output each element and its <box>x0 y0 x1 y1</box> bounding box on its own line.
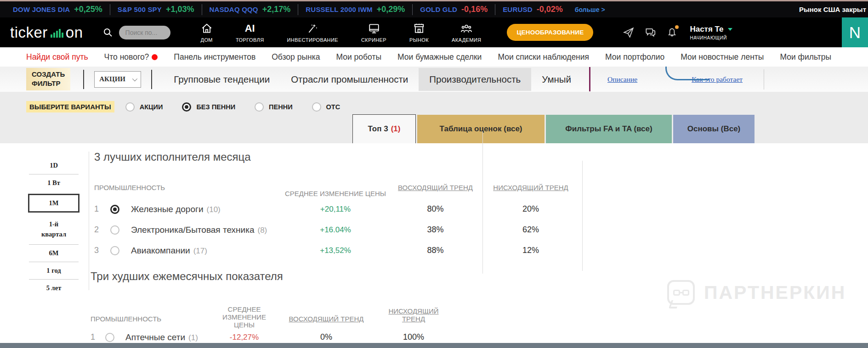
radio-icon[interactable] <box>312 102 321 112</box>
table-row[interactable]: 1 Аптечные сети(1) -12,27% 0% 100% <box>91 327 531 348</box>
secnav-my-robots[interactable]: Мои роботы <box>336 52 381 62</box>
row-radio-checked[interactable] <box>110 205 119 214</box>
industry-name: Авиакомпании(17) <box>131 246 283 256</box>
period-6m[interactable]: 6M <box>26 245 81 262</box>
nav-item-screener[interactable]: СКРИНЕР <box>361 22 386 43</box>
col-downtrend[interactable]: НИСХОДЯЩИЙ ТРЕНД <box>377 307 450 323</box>
period-q1[interactable]: 1-й квартал <box>26 215 81 244</box>
secnav-my-paper-trades[interactable]: Мои бумажные сделки <box>397 52 482 62</box>
period-1d[interactable]: 1D <box>26 157 81 174</box>
notifications-bell-icon[interactable] <box>666 27 678 39</box>
secnav-my-watchlists[interactable]: Мои списки наблюдения <box>498 52 589 62</box>
secnav-my-newsfeeds[interactable]: Мои новостные ленты <box>681 52 764 62</box>
ticker-item-russell[interactable]: RUSSELL 2000 IWM +0,29% <box>306 5 405 14</box>
period-1w[interactable]: 1 Вт <box>26 174 81 191</box>
description-link[interactable]: Описание <box>607 75 637 84</box>
uptrend-value: 88% <box>388 246 482 255</box>
search-icon[interactable] <box>102 27 113 38</box>
ticker-change: +0,29% <box>377 5 405 14</box>
row-radio[interactable] <box>110 225 119 235</box>
radio-icon[interactable] <box>255 102 264 112</box>
secnav-whats-new[interactable]: Что нового? <box>104 52 158 62</box>
col-uptrend[interactable]: ВОСХОДЯЩИЙ ТРЕНД <box>276 315 377 323</box>
table-row[interactable]: 1 Железные дороги(10) +20,11% 80% 20% <box>94 199 579 219</box>
ticker-item-gold[interactable]: GOLD GLD -0,16% <box>420 5 488 14</box>
avg-change-value: +16.04% <box>283 225 388 235</box>
col-downtrend[interactable]: НИСХОДЯЩИЙ ТРЕНД <box>482 184 579 191</box>
vertical-divider <box>582 161 583 271</box>
col-avg-change: СРЕДНЕЕ ИЗМЕНЕНИЕ ЦЕНЫ <box>283 190 388 197</box>
row-radio[interactable] <box>110 246 119 255</box>
ticker-symbol: S&P 500 SPY <box>118 6 162 13</box>
ticker-change: -0,16% <box>461 5 488 14</box>
wand-icon <box>306 22 318 35</box>
tab-performance[interactable]: Производительность <box>419 68 531 91</box>
ticker-item-sp500[interactable]: S&P 500 SPY +1,03% <box>118 5 194 14</box>
ticker-symbol: EURUSD <box>503 6 533 13</box>
col-industry: ПРОМЫШЛЕННОСТЬ <box>94 184 283 191</box>
tab-group-trends[interactable]: Групповые тенденции <box>163 68 280 91</box>
radio-icon[interactable] <box>125 102 135 112</box>
monitor-icon <box>368 22 380 35</box>
period-1y[interactable]: 1 год <box>26 262 81 279</box>
ticker-change: +1,03% <box>166 5 194 14</box>
chevron-down-icon <box>728 28 732 31</box>
tab-rating-table[interactable]: Таблица оценок (все) <box>417 115 545 143</box>
user-menu[interactable]: Настя Те НАЧИНАЮЩИЙ <box>690 25 732 40</box>
radio-penny[interactable]: ПЕННИ <box>255 102 292 112</box>
ticker-item-eurusd[interactable]: EURUSD -0,02% <box>503 5 563 14</box>
nav-item-label: ТОРГОВЛЯ <box>236 37 264 43</box>
secondary-nav: Найди свой путь Что нового? Панель инстр… <box>0 47 868 67</box>
pricing-button[interactable]: ЦЕНООБРАЗОВАНИЕ <box>507 24 593 41</box>
nav-item-market[interactable]: РЫНОК <box>409 22 429 43</box>
nav-item-home[interactable]: ДОМ <box>201 22 213 43</box>
tickeron-logo[interactable]: ticker on <box>10 24 83 41</box>
tab-smart[interactable]: Умный <box>531 68 582 91</box>
logo-text-2: on <box>66 24 83 41</box>
search-input[interactable] <box>119 26 170 39</box>
secnav-dashboard[interactable]: Панель инструментов <box>174 52 255 62</box>
ticker-item-dowjones[interactable]: DOW JONES DIA +0,25% <box>13 5 102 14</box>
chevron-down-icon <box>132 76 137 81</box>
row-rank: 1 <box>94 204 110 214</box>
table-row[interactable]: 2 Электроника/Бытовая техника(8) +16.04%… <box>94 219 579 240</box>
table-header-row: ПРОМЫШЛЕННОСТЬ СРЕДНЕЕ ИЗМЕНЕНИЕ ЦЕНЫ ВО… <box>94 184 579 191</box>
send-icon[interactable] <box>623 27 635 39</box>
create-filter-button[interactable]: СОЗДАТЬ ФИЛЬТР <box>26 68 70 90</box>
radio-label: ПЕННИ <box>269 103 292 111</box>
row-radio[interactable] <box>105 333 114 342</box>
nav-item-ai-trading[interactable]: AI ТОРГОВЛЯ <box>236 22 264 43</box>
period-1m-selected[interactable]: 1M <box>28 194 79 213</box>
tab-fa-ta-filters[interactable]: Фильтры FA и TA (все) <box>546 115 672 143</box>
secnav-market-overview[interactable]: Обзор рынка <box>272 52 320 62</box>
asset-type-select[interactable]: АКЦИИ <box>94 71 141 88</box>
top-performers-table: 3 лучших исполнителя месяца ПРОМЫШЛЕННОС… <box>94 151 579 261</box>
secnav-my-portfolios[interactable]: Мои портфолио <box>605 52 664 62</box>
col-uptrend[interactable]: ВОСХОДЯЩИЙ ТРЕНД <box>388 184 482 191</box>
avg-change-value: +20,11% <box>283 205 388 214</box>
tab-basics[interactable]: Основы (Все) <box>673 115 755 143</box>
nav-item-label: АКАДЕМИЯ <box>452 37 481 43</box>
radio-no-penny[interactable]: БЕЗ ПЕННИ <box>182 102 235 112</box>
period-5y[interactable]: 5 лет <box>26 280 81 297</box>
ticker-symbol: DOW JONES DIA <box>13 6 70 13</box>
tab-industries[interactable]: Отрасли промышленности <box>280 68 419 91</box>
vertical-divider <box>89 152 89 290</box>
table-row[interactable]: 3 Авиакомпании(17) +13,52% 88% 12% <box>94 240 579 261</box>
avatar[interactable]: N <box>842 17 868 47</box>
secnav-find-your-way[interactable]: Найди свой путь <box>26 52 88 62</box>
chat-icon[interactable] <box>644 27 657 39</box>
maroon-divider <box>589 67 590 91</box>
radio-icon-checked[interactable] <box>182 102 191 112</box>
ticker-more-link[interactable]: больше > <box>575 6 605 13</box>
nav-item-academy[interactable]: АКАДЕМИЯ <box>452 22 481 43</box>
create-filter-line2: ФИЛЬТР <box>32 79 65 88</box>
ticker-change: +2,17% <box>262 5 291 14</box>
radio-stocks[interactable]: АКЦИИ <box>125 102 163 112</box>
radio-otc[interactable]: ОТС <box>312 102 340 112</box>
secnav-my-filters[interactable]: Мои фильтры <box>780 52 831 62</box>
col-industry: ПРОМЫШЛЕННОСТЬ <box>91 315 213 323</box>
tab-top3[interactable]: Топ 3 (1) <box>352 114 416 143</box>
ticker-item-nasdaq[interactable]: NASDAQ QQQ +2,17% <box>210 5 291 14</box>
nav-item-investing[interactable]: ИНВЕСТИРОВАНИЕ <box>287 22 338 43</box>
